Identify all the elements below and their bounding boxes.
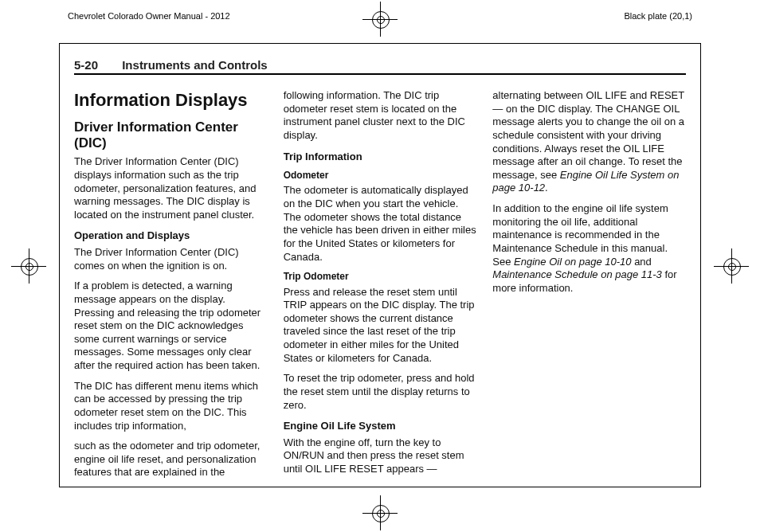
crop-mark-right bbox=[720, 255, 742, 277]
heading-odometer: Odometer bbox=[284, 170, 477, 182]
body-text-run: and bbox=[632, 256, 652, 268]
registration-mark bbox=[18, 255, 40, 277]
body-text: The odometer is automatically displayed … bbox=[284, 184, 477, 264]
printer-header: Chevrolet Colorado Owner Manual - 2012 B… bbox=[68, 11, 692, 21]
heading-dic: Driver Information Center (DIC) bbox=[74, 119, 268, 151]
manual-title: Chevrolet Colorado Owner Manual - 2012 bbox=[68, 11, 230, 21]
xref-maintenance-schedule: Maintenance Schedule on page 11‑3 bbox=[492, 268, 662, 280]
registration-mark bbox=[369, 502, 391, 524]
page-frame: 5-20 Instruments and Controls Informatio… bbox=[59, 43, 701, 487]
body-text: The DIC has different menu items which c… bbox=[74, 380, 268, 433]
body-text-run: . bbox=[545, 182, 548, 194]
crop-mark-bottom bbox=[364, 502, 396, 524]
body-columns: Information Displays Driver Information … bbox=[74, 89, 686, 481]
xref-engine-oil: Engine Oil on page 10‑10 bbox=[514, 256, 631, 268]
heading-operation: Operation and Displays bbox=[74, 229, 268, 243]
registration-mark bbox=[720, 255, 742, 277]
crop-mark-left bbox=[18, 255, 40, 277]
body-text: In addition to the engine oil life syste… bbox=[492, 202, 686, 295]
heading-trip-information: Trip Information bbox=[284, 151, 477, 164]
body-text: Press and release the reset stem until T… bbox=[284, 286, 477, 366]
page-number: 5-20 bbox=[74, 58, 98, 72]
running-head: 5-20 Instruments and Controls bbox=[74, 58, 686, 75]
body-text: The Driver Information Center (DIC) disp… bbox=[74, 155, 268, 221]
body-text: To reset the trip odometer, press and ho… bbox=[284, 372, 477, 412]
plate-info: Black plate (20,1) bbox=[624, 11, 692, 21]
body-text: The Driver Information Center (DIC) come… bbox=[74, 246, 268, 272]
section-title: Instruments and Controls bbox=[122, 58, 268, 72]
heading-information-displays: Information Displays bbox=[74, 89, 268, 111]
heading-trip-odometer: Trip Odometer bbox=[284, 271, 477, 283]
heading-engine-oil-life: Engine Oil Life System bbox=[284, 420, 477, 433]
body-text: If a problem is detected, a warning mess… bbox=[74, 280, 268, 372]
